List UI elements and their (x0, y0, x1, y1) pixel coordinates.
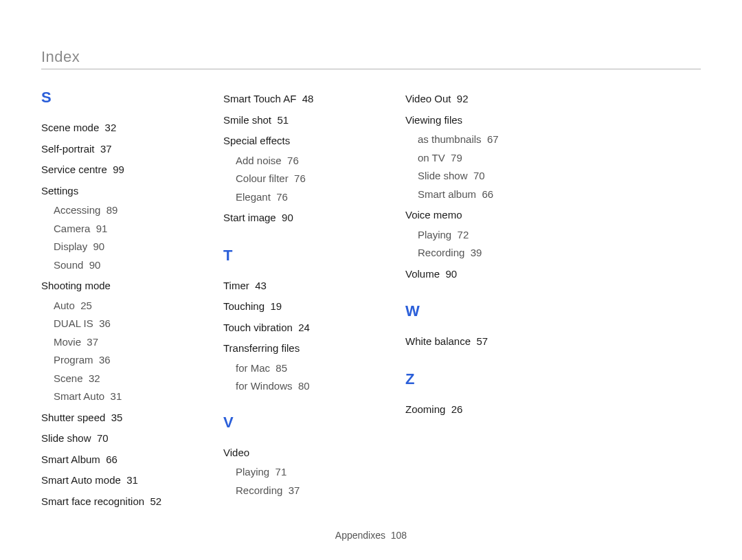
subentry-vf-thumbnails[interactable]: as thumbnails 67 (418, 132, 560, 148)
label: Transferring files (223, 342, 300, 354)
page-number: 76 (276, 191, 288, 203)
entry-service-centre[interactable]: Service centre 99 (41, 162, 196, 178)
entry-smart-auto-mode[interactable]: Smart Auto mode 31 (41, 473, 196, 489)
label: Volume (405, 268, 440, 280)
subentry-vm-recording[interactable]: Recording 39 (418, 245, 560, 261)
label: Program (54, 354, 93, 366)
entry-slide-show[interactable]: Slide show 70 (41, 431, 196, 447)
subentry-se-add-noise[interactable]: Add noise 76 (236, 153, 378, 169)
label: Service centre (41, 164, 107, 175)
label: Viewing files (405, 114, 462, 126)
entry-touch-vibration[interactable]: Touch vibration 24 (223, 320, 378, 336)
entry-smile-shot[interactable]: Smile shot 51 (223, 113, 378, 128)
label: White balance (405, 335, 471, 347)
letter-t: T (223, 248, 378, 263)
label: Scene (54, 372, 83, 384)
subentry-vf-slideshow[interactable]: Slide show 70 (418, 168, 560, 184)
page-number: 19 (270, 300, 282, 312)
page-title: Index (41, 48, 80, 65)
page-number: 57 (476, 335, 488, 347)
subentry-vf-ontv[interactable]: on TV 79 (418, 150, 560, 166)
subentry-settings-sound[interactable]: Sound 90 (54, 258, 196, 273)
entry-smart-album[interactable]: Smart Album 66 (41, 452, 196, 468)
subentry-settings-display[interactable]: Display 90 (54, 239, 196, 255)
footer: Appendixes 108 (0, 530, 742, 541)
subentry-shooting-smartauto[interactable]: Smart Auto 31 (54, 389, 196, 405)
subentry-settings-accessing[interactable]: Accessing 89 (54, 203, 196, 219)
subentry-settings-camera[interactable]: Camera 91 (54, 221, 196, 237)
page-number: 51 (277, 114, 289, 126)
page-number: 26 (451, 403, 463, 415)
label: Voice memo (405, 209, 462, 221)
entry-zooming[interactable]: Zooming 26 (405, 402, 560, 418)
letter-v: V (223, 415, 378, 430)
label: Smile shot (223, 114, 271, 126)
page-number: 76 (287, 155, 299, 166)
label: as thumbnails (418, 133, 482, 145)
subentry-shooting-movie[interactable]: Movie 37 (54, 335, 196, 350)
entry-video-out[interactable]: Video Out 92 (405, 91, 560, 107)
footer-section: Appendixes (335, 530, 385, 541)
subentry-se-colour-filter[interactable]: Colour filter 76 (236, 171, 378, 187)
index-columns: S Scene mode 32 Self-portrait 37 Service… (41, 90, 701, 512)
page-number: 24 (298, 322, 310, 333)
letter-s: S (41, 90, 196, 105)
entry-transferring-files: Transferring files (223, 341, 378, 357)
subentry-se-elegant[interactable]: Elegant 76 (236, 190, 378, 205)
page-number: 36 (99, 317, 111, 329)
subentry-tf-windows[interactable]: for Windows 80 (236, 379, 378, 394)
label: Slide show (418, 170, 468, 181)
index-column-3: Video Out 92 Viewing files as thumbnails… (405, 90, 560, 512)
page-number: 90 (282, 212, 293, 223)
entry-volume[interactable]: Volume 90 (405, 267, 560, 282)
label: Video Out (405, 93, 451, 104)
subentry-tf-mac[interactable]: for Mac 85 (236, 361, 378, 377)
header: Index (41, 48, 701, 69)
label: Elegant (236, 191, 271, 203)
page-number: 80 (298, 380, 310, 392)
entry-smart-face-recognition[interactable]: Smart face recognition 52 (41, 494, 196, 510)
label: Playing (236, 466, 269, 478)
label: Zooming (405, 403, 445, 415)
page-number: 25 (80, 300, 92, 311)
label: Start image (223, 212, 276, 223)
entry-smart-touch-af[interactable]: Smart Touch AF 48 (223, 91, 378, 107)
label: Special effects (223, 135, 290, 146)
entry-self-portrait[interactable]: Self-portrait 37 (41, 142, 196, 157)
page-number: 31 (126, 474, 138, 486)
subentry-video-recording[interactable]: Recording 37 (236, 483, 378, 499)
subentry-vf-smartalbum[interactable]: Smart album 66 (418, 187, 560, 203)
page-number: 31 (111, 390, 122, 402)
entry-white-balance[interactable]: White balance 57 (405, 334, 560, 350)
subentry-shooting-scene[interactable]: Scene 32 (54, 371, 196, 387)
entry-timer[interactable]: Timer 43 (223, 278, 378, 294)
entry-scene-mode[interactable]: Scene mode 32 (41, 120, 196, 136)
entry-voice-memo: Voice memo (405, 208, 560, 223)
page-number: 66 (106, 453, 117, 465)
page-number: 90 (89, 259, 101, 271)
page-number: 71 (276, 466, 287, 478)
subentry-shooting-program[interactable]: Program 36 (54, 352, 196, 368)
entry-start-image[interactable]: Start image 90 (223, 210, 378, 226)
label: on TV (418, 152, 445, 164)
entry-touching[interactable]: Touching 19 (223, 299, 378, 315)
page-number: 72 (458, 229, 469, 240)
page-number: 70 (97, 432, 109, 444)
subentry-vm-playing[interactable]: Playing 72 (418, 227, 560, 243)
entry-shutter-speed[interactable]: Shutter speed 35 (41, 410, 196, 426)
page-number: 67 (487, 133, 499, 145)
label: DUAL IS (54, 317, 93, 329)
entry-shooting-mode: Shooting mode (41, 278, 196, 294)
footer-page-number: 108 (391, 530, 407, 541)
page-number: 92 (457, 93, 469, 104)
page-number: 90 (93, 240, 105, 252)
label: Recording (418, 247, 464, 258)
label: Smart Auto mode (41, 474, 121, 486)
page-number: 89 (106, 204, 118, 216)
subentry-video-playing[interactable]: Playing 71 (236, 464, 378, 480)
subentry-shooting-dualis[interactable]: DUAL IS 36 (54, 316, 196, 332)
letter-w: W (405, 304, 560, 319)
entry-viewing-files: Viewing files (405, 113, 560, 128)
subentry-shooting-auto[interactable]: Auto 25 (54, 298, 196, 314)
page-number: 37 (289, 484, 300, 496)
